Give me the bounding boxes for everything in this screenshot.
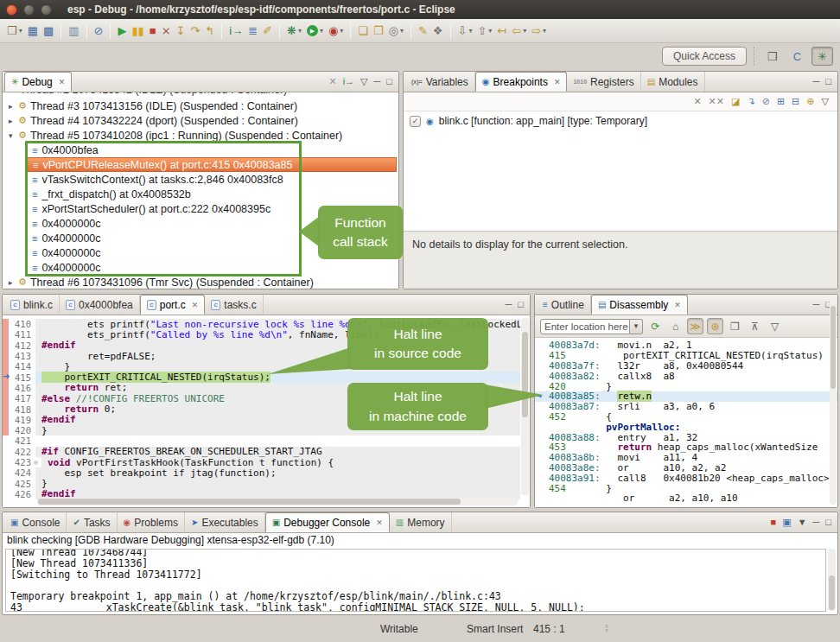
forward-history-icon[interactable]: ⇨▾ [529,22,549,41]
open-resource-icon[interactable]: ❐ [371,22,386,41]
editor-horizontal-scrollbar[interactable] [37,498,518,505]
external-tools-dropdown-icon[interactable]: ▾ [340,27,343,35]
debug-tab-debug[interactable]: ✳Debug✕ [4,72,72,92]
editor-tab-0x4000bfea[interactable]: c0x4000bfea [60,295,140,315]
code-line[interactable]: 415 portEXIT_CRITICAL_NESTED(irqStatus); [9,372,520,382]
fold-marker-icon[interactable]: ⊖ [34,459,41,467]
refresh-view-icon[interactable]: ⟳ [647,318,664,334]
instruction-stepping-mode-icon[interactable]: i→ [343,77,354,86]
disasm-tab-outline[interactable]: ≡Outline [537,295,591,315]
location-input[interactable]: Enter location here [540,319,630,334]
close-tab-icon[interactable]: ✕ [674,301,681,309]
minimize-icon[interactable]: ─ [813,518,820,527]
disassembly-line[interactable]: ➜40083a85: retw.n [535,391,837,402]
thread-row[interactable]: ▾⚙Thread #5 1073410208 (ipc1 : Running) … [3,128,398,143]
new-icon[interactable]: ❒▾ [4,22,25,41]
previous-annotation-dropdown-icon[interactable]: ▾ [488,27,492,35]
expand-all-icon[interactable]: ⊞ [777,97,785,106]
next-annotation-icon[interactable]: ⇩▾ [455,22,475,41]
breakpoint-types-icon[interactable]: ✐ [260,22,275,41]
skip-all-breakpoints-icon[interactable]: ⊘ [762,97,770,106]
editor-tab-port-c[interactable]: cport.c✕ [140,295,206,315]
forward-history-dropdown-icon[interactable]: ▾ [543,27,546,35]
open-new-view-icon[interactable]: ❐ [727,318,743,334]
back-history-dropdown-icon[interactable]: ▾ [523,27,526,35]
code-line[interactable]: 423⊖void vPortFirstTaskHook(TaskFunction… [9,457,520,467]
cpp-perspective-button[interactable]: C [786,47,808,66]
disassembly-line[interactable]: 40083a88: entry a1, 32 [535,432,837,442]
console-tab-executables[interactable]: ➤Executables [185,512,265,532]
debug-perspective-button[interactable]: ✳ [811,47,833,66]
last-edit-location-icon[interactable]: ↤ [494,22,509,41]
code-line[interactable]: 421 [9,435,520,446]
step-return-icon[interactable]: ↰ [202,22,217,41]
suspend-icon[interactable]: ▮▮ [129,22,146,41]
back-history-icon[interactable]: ⇦▾ [509,22,529,41]
editor-vertical-scrollbar-thumb[interactable] [522,332,528,416]
quick-access-button[interactable]: Quick Access [662,47,747,66]
console-scrollbar-thumb[interactable] [829,575,835,610]
remove-all-terminated-icon[interactable]: ✕ [328,77,336,86]
stack-frame-row[interactable]: ≡0x4000000c [3,260,398,275]
minimize-icon[interactable]: ─ [813,300,820,309]
maximize-icon[interactable]: □ [518,300,524,309]
disassembly-line[interactable]: 40083a8b: movi a11, 4 [535,453,837,463]
bp-tab-registers[interactable]: 1010Registers [567,72,640,92]
code-line[interactable]: 424 esp_set_breakpoint_if_jtag(function)… [9,467,520,478]
disassembly-scrollbar[interactable] [830,297,837,505]
next-annotation-dropdown-icon[interactable]: ▾ [468,27,472,35]
track-expression-icon[interactable]: ⊛ [707,318,723,334]
disconnect-icon[interactable]: ⨯ [159,22,174,41]
disassembly-line[interactable]: 415 portEXIT_CRITICAL_NESTED(irqStatus) [535,351,837,361]
close-tab-icon[interactable]: ✕ [376,518,383,527]
step-over-icon[interactable]: ↷ [188,22,202,41]
disassembly-line[interactable]: or a2, a10, a10 [535,493,837,504]
disassembly-line[interactable]: 40083a82: callx8 a8 [535,371,837,381]
disasm-tab-disassembly[interactable]: ▤Disassembly✕ [591,295,688,315]
stack-frame-row[interactable]: ≡vTaskSwitchContext() at tasks.c:2,846 0… [3,172,398,187]
window-close-button[interactable] [6,4,17,16]
toggle-annotations-icon[interactable]: ✎ [416,22,430,41]
home-location-icon[interactable]: ⌂ [667,318,684,334]
disassembly-line[interactable]: 40083a7d: movi.n a2, 1 [535,340,837,351]
bp-tab-variables[interactable]: (x)=Variables [405,72,475,92]
step-into-icon[interactable]: ↧ [174,22,188,41]
chevron-right-icon[interactable]: ▸ [9,117,18,125]
editor-horizontal-scrollbar-thumb[interactable] [38,499,461,505]
open-perspective-button[interactable]: ❒ [761,47,783,66]
console-output[interactable]: [New Thread 1073468744][New Thread 10734… [5,549,826,612]
run-icon[interactable]: ▶▾ [304,22,326,41]
maximize-icon[interactable]: □ [386,77,392,86]
maximize-icon[interactable]: □ [825,518,831,527]
disassembly-line[interactable]: 452 { [535,412,837,423]
bp-tab-modules[interactable]: ▤Modules [641,72,705,92]
disassembly-scrollbar-thumb[interactable] [830,306,836,389]
skip-all-breakpoints-icon[interactable]: ⊘ [92,22,106,41]
chevron-right-icon[interactable]: ▸ [9,102,18,111]
link-with-debug-view-icon[interactable]: ⊕ [806,97,814,106]
external-tools-icon[interactable]: ◉▾ [326,22,346,41]
minimize-icon[interactable]: ─ [374,77,381,86]
code-line[interactable]: 422#if CONFIG_FREERTOS_BREAK_ON_SCHEDULE… [9,447,520,457]
maximize-icon[interactable]: □ [825,77,831,86]
console-tab-debugger-console[interactable]: ▣Debugger Console✕ [265,512,390,532]
console-dropdown-icon[interactable]: ▼ [798,518,807,527]
console-tab-tasks[interactable]: ✔Tasks [67,512,117,532]
stack-frame-row[interactable]: ≡_frxt_dispatch() at 0x4008532b [3,187,398,201]
thread-row-clipped[interactable]: Thread #2 1073413342 (IDLE) (Suspended :… [3,92,398,99]
breakpoint-checkbox[interactable]: ✓ [410,116,421,127]
instruction-stepping-icon[interactable]: i→ [226,22,245,41]
editor-tab-blink-c[interactable]: cblink.c [4,295,60,315]
bp-tab-breakpoints[interactable]: ◉Breakpoints✕ [475,72,568,92]
thread-row[interactable]: ▸⚙Thread #3 1073413156 (IDLE) (Suspended… [3,99,398,113]
run-dropdown-icon[interactable]: ▾ [320,27,323,35]
close-tab-icon[interactable]: ✕ [554,78,561,86]
chevron-right-icon[interactable]: ▸ [9,278,18,287]
view-menu-icon[interactable]: ▽ [360,77,367,86]
close-tab-icon[interactable]: ✕ [59,78,66,86]
close-tab-icon[interactable]: ✕ [192,301,199,309]
view-menu-icon[interactable]: ▽ [822,97,829,106]
disassembly-line[interactable]: 420 } [535,381,837,391]
remove-all-breakpoints-icon[interactable]: ✕✕ [709,97,724,106]
debug-icon[interactable]: ❋▾ [284,22,304,41]
